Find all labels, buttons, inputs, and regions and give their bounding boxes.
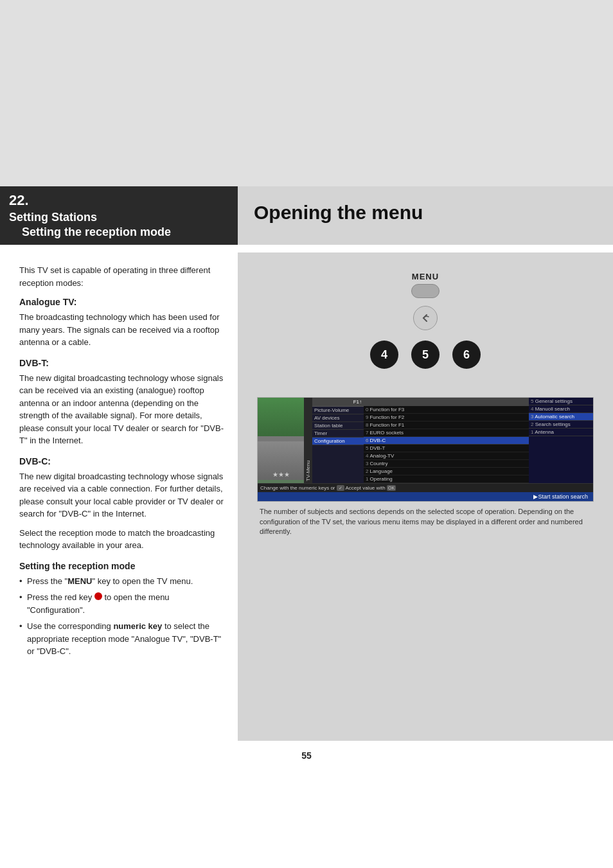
cm-item-1: 1 Operating (364, 475, 529, 483)
setting-reception-mode-title: Setting the reception mode (19, 561, 225, 571)
start-search-text: ▶Start station search (533, 493, 588, 500)
button-5[interactable]: 5 (411, 341, 440, 369)
caption-text: The number of subjects and sections depe… (257, 507, 594, 536)
tv-menu-screenshot: ★★★ TV-Menu F1↑ Picture-Volume AV device… (257, 397, 594, 502)
remote-area: MENU 4 5 6 (251, 259, 600, 543)
dvbt-body: The new digital broadcasting technology … (19, 372, 225, 447)
center-top (364, 398, 529, 406)
cm-item-4: 4 Analog-TV (364, 452, 529, 460)
menu-key-label: MENU (67, 576, 92, 586)
chapter-number: 22. (9, 191, 229, 210)
tv-menu-area: ★★★ TV-Menu F1↑ Picture-Volume AV device… (257, 397, 594, 536)
dvbc-body: The new digital broadcasting technology … (19, 470, 225, 520)
bottom-area: 55 (0, 741, 613, 780)
numeric-key-label: numeric key (113, 621, 162, 631)
menu-button-label: MENU (370, 272, 481, 281)
bullet-item-3: Use the corresponding numeric key to sel… (19, 620, 225, 658)
right-column: MENU 4 5 6 (238, 252, 613, 741)
number-buttons-row: 4 5 6 (370, 341, 481, 369)
opening-menu-heading: Opening the menu (247, 196, 429, 229)
main-content: This TV set is capable of operating in t… (0, 252, 613, 741)
tv-sub-menu: 5 General settings 4 Manuoll search 3 Au… (529, 398, 593, 483)
menu-item-picture: Picture-Volume (312, 407, 364, 414)
opening-menu-heading-area: Opening the menu (238, 186, 613, 245)
to-open-menu-text: to open the menu (104, 592, 169, 602)
chapter-heading-box: 22. Setting Stations Setting the recepti… (0, 186, 238, 245)
change-text: Change with the numeric keys or ✓ Accept… (260, 485, 396, 491)
heading-row: 22. Setting Stations Setting the recepti… (0, 186, 613, 245)
page-container: 22. Setting Stations Setting the recepti… (0, 0, 613, 868)
chapter-title: Setting Stations (9, 210, 229, 225)
tv-image-separator (258, 436, 304, 441)
tv-screen: ★★★ TV-Menu F1↑ Picture-Volume AV device… (258, 398, 593, 483)
chapter-heading-left: 22. Setting Stations Setting the recepti… (0, 186, 238, 245)
tv-left-menu: F1↑ Picture-Volume AV devices Station ta… (312, 398, 364, 483)
cm-item-2: 2 Language (364, 468, 529, 475)
cm-item-3: 3 Country (364, 460, 529, 468)
intro-text: This TV set is capable of operating in t… (19, 259, 225, 289)
sm-item-1: 1 Antenna (529, 429, 593, 436)
stars: ★★★ (258, 471, 304, 478)
sm-item-5: 5 General settings (529, 398, 593, 405)
cm-item-7: 7 EURO sockets (364, 429, 529, 437)
tv-bottom-bar: Change with the numeric keys or ✓ Accept… (258, 483, 593, 492)
back-button (413, 306, 438, 330)
sm-item-4: 4 Manuoll search (529, 405, 593, 413)
tv-side-label: TV-Menu (304, 398, 312, 483)
menu-item-station: Station table (312, 422, 364, 430)
menu-item-timer: Timer (312, 430, 364, 438)
cm-item-0: 0 Function for F3 (364, 406, 529, 414)
select-text: Select the reception mode to match the b… (19, 527, 225, 552)
start-search-bar: ▶Start station search (258, 492, 593, 501)
tv-center-menu: 0 Function for F3 9 Function for F2 8 Fu… (364, 398, 529, 483)
button-6[interactable]: 6 (452, 341, 481, 369)
menu-item-config: Configuration (312, 438, 364, 445)
top-gray-area (0, 0, 613, 186)
tv-top-bar: F1↑ (312, 398, 364, 407)
dvbc-title: DVB-C: (19, 456, 225, 466)
bullet-list: Press the "MENU" key to open the TV menu… (19, 575, 225, 658)
analogue-tv-title: Analogue TV: (19, 297, 225, 307)
cm-item-8: 8 Function for F1 (364, 421, 529, 429)
sm-item-3: 3 Automatic search (529, 413, 593, 421)
button-4[interactable]: 4 (370, 341, 398, 369)
cm-item-9: 9 Function for F2 (364, 414, 529, 421)
analogue-tv-body: The broadcasting technology which has be… (19, 311, 225, 349)
menu-item-av: AV devices (312, 414, 364, 422)
tv-image-area: ★★★ (258, 398, 304, 483)
bullet-item-2: Press the red key to open the menu "Conf… (19, 591, 225, 616)
chapter-subtitle: Setting the reception mode (9, 225, 229, 240)
dvbt-title: DVB-T: (19, 358, 225, 368)
left-column: This TV set is capable of operating in t… (0, 252, 238, 741)
tv-image-top (258, 398, 304, 436)
bullet-item-1: Press the "MENU" key to open the TV menu… (19, 575, 225, 588)
page-number: 55 (301, 741, 312, 767)
menu-button-shape (411, 284, 440, 298)
back-icon (419, 312, 432, 324)
cm-item-5: 5 DVB-T (364, 445, 529, 452)
red-circle-icon (94, 592, 102, 600)
cm-item-6: 6 DVB-C (364, 437, 529, 445)
sm-item-2: 2 Search settings (529, 421, 593, 429)
